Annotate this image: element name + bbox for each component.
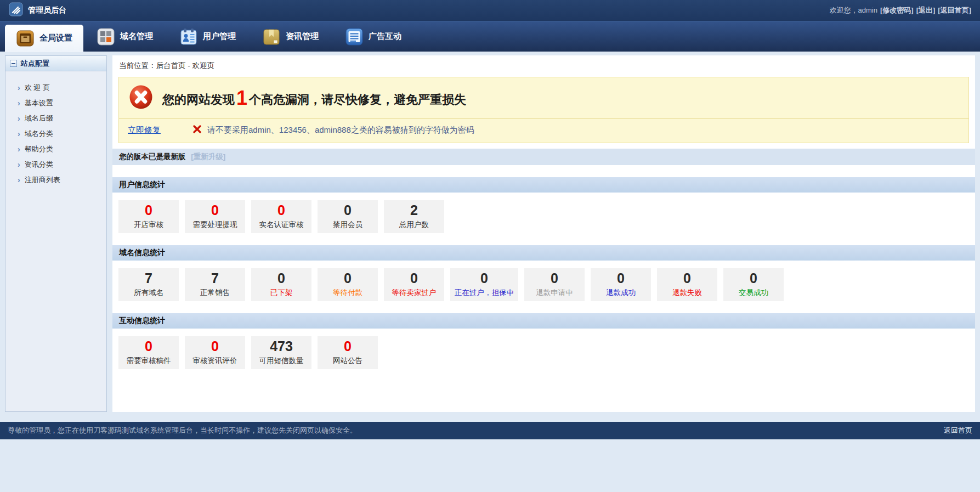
stat-sms-available[interactable]: 473 可用短信数量 xyxy=(251,336,311,369)
tab-user-manage[interactable]: 用户管理 xyxy=(166,21,249,52)
sidebar-item-welcome[interactable]: › 欢 迎 页 xyxy=(5,80,106,95)
stat-label: 退款失败 xyxy=(672,288,702,298)
stat-realname-audit[interactable]: 0 实名认证审核 xyxy=(251,200,311,233)
stat-value: 0 xyxy=(211,340,219,353)
stat-value: 0 xyxy=(551,272,558,285)
stat-awaiting-payment[interactable]: 0 等待付款 xyxy=(318,268,378,301)
collapse-minus-icon[interactable] xyxy=(10,60,17,67)
security-alert-sub: 立即修复 请不要采用admin、123456、admin888之类的容易被猜到的… xyxy=(119,119,968,143)
stat-trade-success[interactable]: 0 交易成功 xyxy=(723,268,784,301)
fix-now-link[interactable]: 立即修复 xyxy=(128,125,161,135)
tab-label: 用户管理 xyxy=(203,31,236,42)
chevron-right-icon: › xyxy=(18,84,20,92)
stat-label: 实名认证审核 xyxy=(259,220,304,230)
footer-notice: 尊敬的管理员，您正在使用刀客源码测试域名系统管理后台，当长时间不操作，建议您先关… xyxy=(8,426,357,436)
stat-value: 0 xyxy=(277,203,285,217)
red-cross-icon xyxy=(192,125,202,136)
stat-normal-sale[interactable]: 7 正常销售 xyxy=(185,268,245,301)
stat-value: 0 xyxy=(344,203,352,217)
stat-row: 7 所有域名 7 正常销售 0 已下架 0 等待付款 0 等待卖家过户 xyxy=(112,261,975,301)
sidebar-item-domain-suffix[interactable]: › 域名后缀 xyxy=(5,111,106,126)
section-title: 域名信息统计 xyxy=(112,245,975,261)
footer-home-link[interactable]: 返回首页 xyxy=(944,426,972,436)
chevron-right-icon: › xyxy=(18,115,20,122)
error-circle-icon xyxy=(128,83,155,113)
stat-label: 交易成功 xyxy=(739,288,768,298)
sidebar-group-title: 站点配置 xyxy=(21,59,49,69)
stat-label: 退款成功 xyxy=(606,288,636,298)
stat-row: 0 需要审核稿件 0 审核资讯评价 473 可用短信数量 0 网站公告 xyxy=(112,329,975,369)
stat-withdraw-pending[interactable]: 0 需要处理提现 xyxy=(185,200,245,233)
stat-news-comments-review[interactable]: 0 审核资讯评价 xyxy=(185,336,245,369)
user-manage-icon xyxy=(179,27,198,46)
main-nav: 全局设置 域名管理 xyxy=(0,21,980,52)
tab-ad-interact[interactable]: 广告互动 xyxy=(332,21,415,52)
tab-global-settings[interactable]: 全局设置 xyxy=(5,25,83,52)
stat-label: 需要处理提现 xyxy=(193,220,237,230)
stat-value: 0 xyxy=(145,340,152,353)
stat-value: 473 xyxy=(270,340,293,353)
reupgrade-link[interactable]: [重新升级] xyxy=(191,152,225,161)
stat-label: 正在过户，担保中 xyxy=(455,288,514,298)
sidebar-item-help-category[interactable]: › 帮助分类 xyxy=(5,142,106,157)
chevron-right-icon: › xyxy=(18,99,20,107)
stat-banned-members[interactable]: 0 禁用会员 xyxy=(318,200,378,233)
security-alert-main: 您的网站发现1个高危漏洞，请尽快修复，避免严重损失 xyxy=(119,77,968,119)
main-content: 当前位置：后台首页 - 欢迎页 您的网站发现1个高危漏洞，请尽快修复，避免严重损… xyxy=(112,55,975,412)
tab-label: 广告互动 xyxy=(369,31,401,42)
tab-domain-manage[interactable]: 域名管理 xyxy=(83,21,166,52)
app-title: 管理员后台 xyxy=(28,5,66,15)
sidebar-item-label: 欢 迎 页 xyxy=(25,83,50,93)
security-alert-text: 您的网站发现1个高危漏洞，请尽快修复，避免严重损失 xyxy=(162,87,466,110)
logout-link[interactable]: [退出] xyxy=(916,5,936,15)
sidebar-item-label: 帮助分类 xyxy=(25,144,53,154)
user-stats-section: 用户信息统计 0 开店审核 0 需要处理提现 0 实名认证审核 0 禁用会员 xyxy=(112,177,975,233)
stat-value: 0 xyxy=(277,272,285,285)
stat-refund-failed[interactable]: 0 退款失败 xyxy=(657,268,717,301)
stat-value: 7 xyxy=(145,272,152,285)
sidebar: 站点配置 › 欢 迎 页 › 基本设置 › 域名后缀 › 域名分类 › 帮助分类 xyxy=(5,55,107,412)
stat-refund-success[interactable]: 0 退款成功 xyxy=(591,268,651,301)
stat-articles-to-review[interactable]: 0 需要审核稿件 xyxy=(118,336,179,369)
breadcrumb: 当前位置：后台首页 - 欢迎页 xyxy=(112,55,975,76)
stat-transferring-escrow[interactable]: 0 正在过户，担保中 xyxy=(450,268,518,301)
section-title: 互动信息统计 xyxy=(112,313,975,329)
change-password-link[interactable]: [修改密码] xyxy=(880,5,914,15)
tab-news-manage[interactable]: 资讯管理 xyxy=(249,21,332,52)
tab-label: 资讯管理 xyxy=(286,31,319,42)
stat-value: 0 xyxy=(750,272,757,285)
stat-row: 0 开店审核 0 需要处理提现 0 实名认证审核 0 禁用会员 2 总用户数 xyxy=(112,193,975,233)
stat-value: 0 xyxy=(480,272,488,285)
sidebar-item-registrar-list[interactable]: › 注册商列表 xyxy=(5,172,106,188)
stat-awaiting-seller-transfer[interactable]: 0 等待卖家过户 xyxy=(384,268,444,301)
stat-all-domains[interactable]: 7 所有域名 xyxy=(118,268,179,301)
stat-total-users[interactable]: 2 总用户数 xyxy=(384,200,444,233)
sidebar-item-label: 基本设置 xyxy=(25,98,53,108)
stat-value: 2 xyxy=(410,203,418,217)
stat-label: 等待付款 xyxy=(333,288,362,298)
stat-label: 网站公告 xyxy=(333,356,362,366)
chevron-right-icon: › xyxy=(18,130,20,138)
vulnerability-count: 1 xyxy=(235,87,249,109)
version-bar: 您的版本已是最新版 [重新升级] xyxy=(112,149,975,165)
stat-label: 总用户数 xyxy=(399,220,429,230)
stat-off-shelf[interactable]: 0 已下架 xyxy=(251,268,311,301)
global-settings-icon xyxy=(16,29,35,48)
sidebar-menu: › 欢 迎 页 › 基本设置 › 域名后缀 › 域名分类 › 帮助分类 › 资讯… xyxy=(5,71,106,188)
stat-value: 0 xyxy=(344,272,352,285)
sidebar-item-label: 资讯分类 xyxy=(25,160,53,169)
sidebar-group-site-config[interactable]: 站点配置 xyxy=(5,56,106,71)
back-home-link[interactable]: [返回首页] xyxy=(938,5,971,15)
interact-stats-section: 互动信息统计 0 需要审核稿件 0 审核资讯评价 473 可用短信数量 0 网站… xyxy=(112,313,975,369)
stat-label: 已下架 xyxy=(270,288,293,298)
sidebar-item-domain-category[interactable]: › 域名分类 xyxy=(5,126,106,142)
stat-refund-requesting[interactable]: 0 退款申请中 xyxy=(524,268,585,301)
stat-site-announcements[interactable]: 0 网站公告 xyxy=(318,336,378,369)
sidebar-item-basic-settings[interactable]: › 基本设置 xyxy=(5,95,106,111)
stat-label: 审核资讯评价 xyxy=(193,356,237,366)
version-text: 您的版本已是最新版 xyxy=(119,152,186,161)
sidebar-item-label: 域名分类 xyxy=(25,129,53,139)
sidebar-item-news-category[interactable]: › 资讯分类 xyxy=(5,157,106,172)
stat-shop-audit[interactable]: 0 开店审核 xyxy=(118,200,179,233)
footer: 尊敬的管理员，您正在使用刀客源码测试域名系统管理后台，当长时间不操作，建议您先关… xyxy=(0,422,980,439)
